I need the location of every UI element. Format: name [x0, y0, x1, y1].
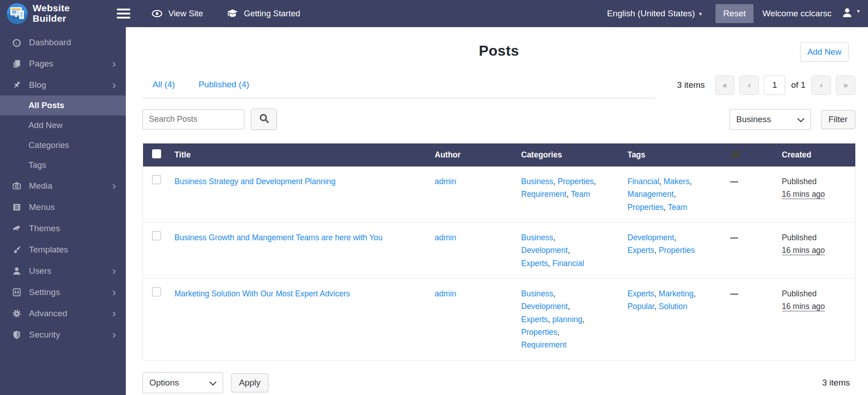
tag-link[interactable]: Marketing	[659, 289, 694, 298]
category-link[interactable]: Properties	[521, 328, 558, 337]
category-filter-select[interactable]: Business	[730, 109, 811, 130]
sidebar-item-label: Security	[29, 330, 60, 340]
row-checkbox[interactable]	[152, 287, 161, 296]
next-page-button[interactable]: ›	[811, 76, 831, 95]
tag-link[interactable]: Properties	[628, 203, 664, 212]
first-page-button[interactable]: «	[715, 76, 734, 95]
chevron-right-icon: ›	[112, 266, 116, 276]
column-header-title[interactable]: Title	[170, 143, 430, 167]
column-header-author[interactable]: Author	[430, 143, 517, 167]
author-link[interactable]: admin	[435, 177, 457, 186]
tag-link[interactable]: Makers	[663, 177, 689, 186]
select-all-checkbox[interactable]	[152, 149, 161, 158]
tabs-row: All (4) Published (4) 3 items « ‹ of 1 ›…	[143, 74, 855, 99]
sidebar-item-advanced[interactable]: Advanced›	[0, 303, 126, 324]
sidebar-item-label: Tags	[29, 160, 46, 170]
column-header-tags[interactable]: Tags	[623, 143, 726, 167]
post-status: Published	[782, 175, 851, 188]
tag-link[interactable]: Solution	[659, 302, 687, 311]
category-link[interactable]: Team	[571, 190, 590, 199]
sidebar-item-pages[interactable]: Pages›	[0, 53, 126, 74]
tag-link[interactable]: Team	[668, 203, 687, 212]
column-header-categories[interactable]: Categories	[517, 143, 623, 167]
sidebar-item-blog[interactable]: Blog›	[0, 74, 126, 95]
category-link[interactable]: Requirement	[521, 190, 567, 199]
tag-link[interactable]: Experts	[628, 246, 654, 255]
row-checkbox[interactable]	[152, 231, 161, 240]
category-link[interactable]: Development	[521, 302, 568, 311]
row-checkbox[interactable]	[152, 175, 161, 184]
tag-link[interactable]: Properties	[659, 246, 695, 255]
category-link[interactable]: Development	[521, 246, 568, 255]
category-link[interactable]: Business	[521, 289, 553, 298]
view-site-link[interactable]: View Site	[151, 8, 203, 19]
author-link[interactable]: admin	[435, 233, 457, 242]
apply-button[interactable]: Apply	[231, 373, 268, 392]
bulk-options-select[interactable]: Options	[143, 372, 223, 393]
language-selector[interactable]: English (United States) ▾	[607, 9, 702, 19]
filter-button[interactable]: Filter	[821, 110, 855, 129]
separator: ,	[594, 177, 596, 186]
sidebar-item-dashboard[interactable]: Dashboard	[0, 32, 126, 53]
add-new-button[interactable]: Add New	[800, 43, 849, 62]
chevron-right-icon: ›	[112, 329, 116, 340]
sidebar-item-media[interactable]: Media›	[0, 175, 126, 196]
sidebar-item-categories[interactable]: Categories	[0, 135, 126, 155]
prev-page-button[interactable]: ‹	[739, 76, 759, 95]
tag-link[interactable]: Financial	[628, 177, 659, 186]
total-pages-label: of 1	[791, 80, 806, 90]
security-icon	[12, 330, 22, 340]
separator: ,	[568, 302, 570, 311]
media-icon	[12, 181, 22, 191]
sidebar-item-security[interactable]: Security›	[0, 324, 126, 345]
sidebar-item-themes[interactable]: Themes	[0, 218, 126, 239]
category-link[interactable]: Properties	[558, 177, 594, 186]
status-tabs: All (4) Published (4)	[143, 74, 655, 99]
separator: ,	[548, 315, 553, 324]
tag-link[interactable]: Management	[628, 190, 674, 199]
sidebar-item-menus[interactable]: Menus	[0, 196, 126, 218]
sidebar-item-tags[interactable]: Tags	[0, 155, 126, 175]
current-page-input[interactable]	[764, 76, 785, 95]
category-link[interactable]: Experts	[521, 259, 548, 268]
category-link[interactable]: planning	[553, 315, 582, 324]
post-date[interactable]: 16 mins ago	[782, 190, 825, 199]
category-link[interactable]: Business	[521, 233, 553, 242]
getting-started-link[interactable]: Getting Started	[227, 8, 300, 19]
user-menu[interactable]: ▾	[841, 7, 860, 20]
separator: ,	[567, 190, 571, 199]
sidebar-item-settings[interactable]: Settings›	[0, 281, 126, 303]
search-input[interactable]	[143, 109, 244, 129]
sidebar-item-users[interactable]: Users›	[0, 260, 126, 281]
sidebar-item-templates[interactable]: Templates	[0, 239, 126, 260]
tab-all[interactable]: All (4)	[153, 80, 175, 90]
reset-button[interactable]: Reset	[715, 4, 754, 23]
search-button[interactable]	[251, 109, 277, 130]
post-title-link[interactable]: Marketing Solution With Our Most Expert …	[175, 287, 419, 300]
sidebar-item-all-posts[interactable]: All Posts	[0, 95, 126, 115]
category-link[interactable]: Financial	[553, 259, 584, 268]
pagination: 3 items « ‹ of 1 › »	[677, 76, 855, 98]
tag-link[interactable]: Experts	[628, 289, 654, 298]
tag-link[interactable]: Popular	[628, 302, 654, 311]
column-header-created[interactable]: Created	[777, 143, 855, 167]
tab-published[interactable]: Published (4)	[199, 80, 249, 90]
tag-link[interactable]: Development	[628, 233, 674, 242]
blog-icon	[12, 80, 22, 90]
sidebar-item-label: Templates	[29, 245, 68, 255]
last-page-button[interactable]: »	[836, 76, 855, 95]
menu-toggle-icon[interactable]	[114, 4, 133, 24]
category-link[interactable]: Experts	[521, 315, 548, 324]
post-title-link[interactable]: Business Growth and Mangement Teams are …	[175, 231, 419, 244]
post-date[interactable]: 16 mins ago	[782, 302, 825, 311]
separator: ,	[659, 177, 664, 186]
post-title-link[interactable]: Business Strategy and Development Planni…	[175, 175, 419, 188]
post-date[interactable]: 16 mins ago	[782, 246, 825, 255]
pages-icon	[12, 59, 22, 69]
post-status: Published	[782, 287, 851, 300]
separator: ,	[553, 289, 556, 298]
sidebar-item-add-new[interactable]: Add New	[0, 115, 126, 135]
author-link[interactable]: admin	[435, 289, 457, 298]
category-link[interactable]: Requirement	[521, 340, 567, 349]
category-link[interactable]: Business	[521, 177, 553, 186]
